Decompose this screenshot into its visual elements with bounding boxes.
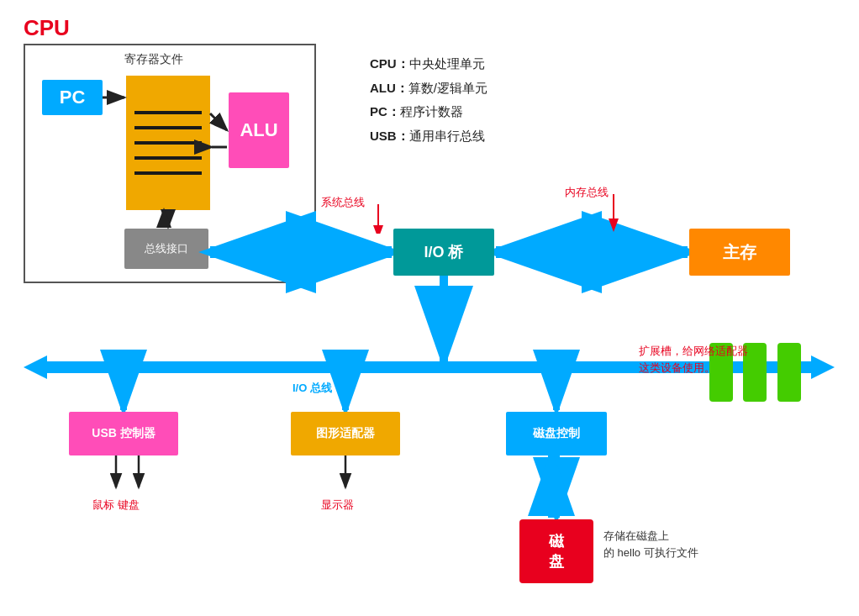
- disk-note: 存储在磁盘上的 hello 可执行文件: [603, 528, 698, 561]
- legend: CPU：中央处理单元 ALU：算数/逻辑单元 PC：程序计数器 USB：通用串行…: [370, 52, 487, 148]
- cpu-label: CPU: [24, 15, 70, 41]
- diagram-container: CPU 寄存器文件 PC ALU 总线接口 CPU：中央处理单元 ALU：算数/…: [0, 0, 859, 616]
- main-mem-box: 主存: [689, 229, 790, 276]
- disk-ctrl-box: 磁盘控制: [506, 412, 607, 455]
- legend-item-usb: USB：通用串行总线: [370, 124, 487, 149]
- legend-alu-label: ALU：: [370, 81, 408, 95]
- reg-line-2: [134, 126, 202, 129]
- reg-line-3: [134, 141, 202, 145]
- reg-line-4: [134, 156, 202, 160]
- legend-pc-label: PC：: [370, 104, 400, 118]
- legend-pc-desc: 程序计数器: [400, 104, 463, 118]
- exp-slot-3: [777, 343, 801, 402]
- disk-label: 磁 盘: [549, 531, 564, 571]
- legend-cpu-desc: 中央处理单元: [409, 56, 485, 71]
- reg-file-label: 寄存器文件: [124, 52, 183, 67]
- legend-alu-desc: 算数/逻辑单元: [408, 81, 487, 95]
- legend-cpu-label: CPU：: [370, 56, 409, 71]
- bus-if-box: 总线接口: [124, 229, 208, 269]
- pc-box: PC: [42, 80, 103, 115]
- legend-item-cpu: CPU：中央处理单元: [370, 52, 487, 76]
- legend-usb-desc: 通用串行总线: [409, 129, 485, 143]
- alu-box: ALU: [229, 92, 289, 168]
- reg-line-5: [134, 171, 202, 175]
- io-bridge-box: I/O 桥: [393, 229, 494, 276]
- monitor-label: 显示器: [321, 498, 354, 513]
- legend-usb-label: USB：: [370, 129, 409, 143]
- system-bus-label: 系统总线: [321, 195, 365, 210]
- legend-item-pc: PC：程序计数器: [370, 100, 487, 124]
- mouse-keyboard-label: 鼠标 键盘: [92, 498, 140, 513]
- reg-file: [126, 76, 210, 210]
- disk-box: 磁 盘: [519, 519, 593, 583]
- usb-ctrl-box: USB 控制器: [69, 412, 178, 455]
- reg-line-1: [134, 111, 202, 114]
- mem-bus-label: 内存总线: [565, 185, 609, 200]
- gpu-box: 图形适配器: [291, 412, 400, 455]
- expansion-label: 扩展槽，给网络适配器这类设备使用。: [639, 343, 748, 376]
- io-bus-right-arrow: [811, 355, 835, 379]
- legend-item-alu: ALU：算数/逻辑单元: [370, 76, 487, 101]
- io-bus-left-arrow: [24, 355, 47, 379]
- io-bus-label: I/O 总线: [292, 381, 332, 396]
